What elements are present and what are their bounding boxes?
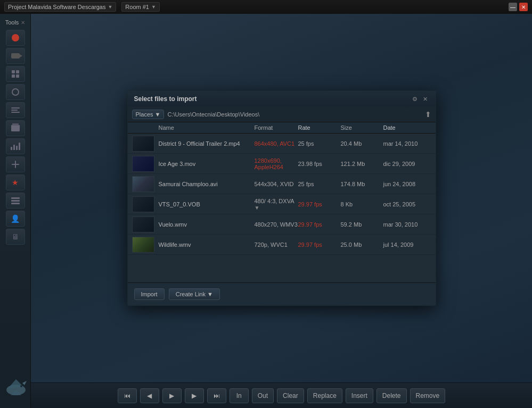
file-format: 720p, WVC1 bbox=[255, 242, 298, 248]
dialog-close-icon[interactable]: ✕ bbox=[422, 95, 429, 103]
file-size: 59.2 Mb bbox=[341, 221, 383, 228]
file-date: mar 14, 2010 bbox=[383, 140, 431, 147]
tools-label: Tools ✕ bbox=[5, 19, 26, 26]
dialog-footer: Import Create Link ▼ bbox=[128, 282, 436, 305]
next-button[interactable]: ▶ bbox=[185, 388, 204, 403]
table-row[interactable]: Vuelo.wmv 480x270, WMV3 29.97 fps 59.2 M… bbox=[128, 214, 436, 235]
file-date: mar 30, 2010 bbox=[383, 221, 431, 228]
person-icon: 👤 bbox=[11, 214, 20, 223]
table-row[interactable]: Wildlife.wmv 720p, WVC1 29.97 fps 25.0 M… bbox=[128, 235, 436, 255]
file-thumbnail bbox=[132, 156, 154, 172]
circle-icon bbox=[12, 88, 19, 96]
plus-cross-icon bbox=[12, 161, 19, 168]
project-title[interactable]: Project Malavida Software Descargas ▼ bbox=[4, 2, 116, 12]
in-button[interactable]: In bbox=[230, 388, 249, 403]
sidebar-item-plus[interactable] bbox=[6, 156, 25, 172]
places-button[interactable]: Places ▼ bbox=[132, 110, 165, 119]
minimize-button[interactable]: — bbox=[509, 3, 517, 11]
file-date: jul 14, 2009 bbox=[383, 242, 431, 248]
sidebar-item-camera[interactable] bbox=[6, 48, 25, 64]
sidebar-item-chart[interactable] bbox=[6, 138, 25, 154]
path-bar: Places ▼ C:\Users\Ontecnia\Desktop\Video… bbox=[128, 107, 436, 122]
import-dialog: Select files to import ⚙ ✕ Places ▼ C:\U… bbox=[127, 90, 436, 306]
dialog-title: Select files to import bbox=[134, 95, 197, 103]
file-thumbnail bbox=[132, 237, 154, 253]
sidebar-item-record[interactable] bbox=[6, 30, 25, 46]
clear-button[interactable]: Clear bbox=[277, 388, 304, 403]
file-name: Samurai Champloo.avi bbox=[159, 181, 255, 187]
dialog-settings-icon[interactable]: ⚙ bbox=[411, 95, 419, 103]
room-title[interactable]: Room #1 ▼ bbox=[121, 2, 160, 12]
file-list[interactable]: District 9 - Official Trailer 2.mp4 864x… bbox=[128, 134, 436, 282]
tools-close[interactable]: ✕ bbox=[21, 20, 25, 26]
titlebar: Project Malavida Software Descargas ▼ Ro… bbox=[0, 0, 532, 14]
file-size: 20.4 Mb bbox=[341, 140, 383, 147]
grid-icon bbox=[12, 70, 19, 78]
file-rate: 25 fps bbox=[298, 140, 341, 147]
file-name: District 9 - Official Trailer 2.mp4 bbox=[159, 140, 255, 147]
sidebar-item-list[interactable] bbox=[6, 102, 25, 118]
create-link-button[interactable]: Create Link ▼ bbox=[169, 288, 220, 300]
file-rate: 29.97 fps bbox=[298, 201, 341, 207]
col-date: Date bbox=[383, 124, 431, 131]
file-thumbnail bbox=[132, 176, 154, 192]
col-thumb bbox=[132, 124, 159, 131]
play-button[interactable]: ▶ bbox=[162, 388, 182, 403]
dialog-header: Select files to import ⚙ ✕ bbox=[128, 91, 436, 107]
file-size: 121.2 Mb bbox=[341, 161, 383, 167]
col-size: Size bbox=[341, 124, 383, 131]
table-row[interactable]: District 9 - Official Trailer 2.mp4 864x… bbox=[128, 134, 436, 154]
col-format: Format bbox=[255, 124, 298, 131]
file-name: Vuelo.wmv bbox=[159, 221, 255, 228]
file-date: jun 24, 2008 bbox=[383, 181, 431, 187]
sidebar-item-grid[interactable] bbox=[6, 66, 25, 82]
sidebar-item-circle[interactable] bbox=[6, 84, 25, 100]
file-thumbnail bbox=[132, 196, 154, 212]
file-date: dic 29, 2009 bbox=[383, 161, 431, 167]
file-format: 480/ 4:3, DXVA ▼ bbox=[255, 198, 298, 211]
table-row[interactable]: Samurai Champloo.avi 544x304, XVID 25 fp… bbox=[128, 174, 436, 194]
sidebar-item-layers[interactable] bbox=[6, 193, 25, 209]
svg-marker-4 bbox=[22, 381, 27, 385]
insert-button[interactable]: Insert bbox=[346, 388, 373, 403]
bottom-toolbar: ⏮◀▶▶⏭InOutClearReplaceInsertDeleteRemove bbox=[31, 382, 532, 408]
go-to-first-button[interactable]: ⏮ bbox=[118, 388, 137, 403]
svg-point-3 bbox=[20, 385, 22, 387]
sidebar: Tools ✕ ★ bbox=[0, 14, 31, 408]
path-up-button[interactable]: ⬆ bbox=[425, 110, 431, 119]
file-format: 864x480, AVC1 bbox=[255, 140, 298, 147]
places-label: Places bbox=[136, 111, 153, 118]
file-thumbnail bbox=[132, 136, 154, 152]
sidebar-item-star[interactable]: ★ bbox=[6, 174, 25, 190]
dialog-overlay: Select files to import ⚙ ✕ Places ▼ C:\U… bbox=[31, 14, 532, 382]
table-row[interactable]: Ice Age 3.mov 1280x690, AppleH264 23.98 … bbox=[128, 154, 436, 174]
layers-icon bbox=[11, 197, 20, 204]
go-to-last-button[interactable]: ⏭ bbox=[207, 388, 226, 403]
record-icon bbox=[12, 34, 19, 41]
main-area: Select files to import ⚙ ✕ Places ▼ C:\U… bbox=[31, 14, 532, 408]
table-row[interactable]: VTS_07_0.VOB 480/ 4:3, DXVA ▼ 29.97 fps … bbox=[128, 194, 436, 214]
file-name: Ice Age 3.mov bbox=[159, 161, 255, 167]
file-size: 8 Kb bbox=[341, 201, 383, 207]
path-text: C:\Users\Ontecnia\Desktop\Videos\ bbox=[167, 111, 421, 118]
out-button[interactable]: Out bbox=[252, 388, 274, 403]
file-size: 25.0 Mb bbox=[341, 242, 383, 248]
file-date: oct 25, 2005 bbox=[383, 201, 431, 207]
file-thumbnail bbox=[132, 217, 154, 232]
file-list-header: Name Format Rate Size Date bbox=[128, 122, 436, 134]
import-button[interactable]: Import bbox=[134, 288, 165, 300]
col-rate: Rate bbox=[298, 124, 341, 131]
list-icon bbox=[11, 107, 20, 113]
remove-button[interactable]: Remove bbox=[410, 388, 446, 403]
previous-button[interactable]: ◀ bbox=[140, 388, 159, 403]
file-format: 480x270, WMV3 bbox=[255, 221, 298, 228]
sidebar-item-monitor[interactable]: 🖥 bbox=[6, 229, 25, 245]
delete-button[interactable]: Delete bbox=[377, 388, 407, 403]
sidebar-item-print[interactable] bbox=[6, 120, 25, 136]
replace-button[interactable]: Replace bbox=[307, 388, 342, 403]
file-format: 544x304, XVID bbox=[255, 181, 298, 187]
file-rate: 29.97 fps bbox=[298, 242, 341, 248]
sidebar-item-person[interactable]: 👤 bbox=[6, 211, 25, 227]
camera-icon bbox=[11, 53, 20, 59]
close-button[interactable]: ✕ bbox=[519, 3, 528, 11]
